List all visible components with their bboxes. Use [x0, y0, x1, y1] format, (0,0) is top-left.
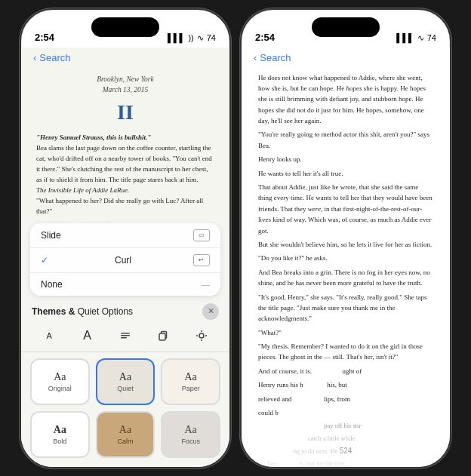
- curl-icon: ↩: [193, 254, 210, 266]
- slide-option-none[interactable]: None —: [30, 273, 220, 296]
- curl-label: Curl: [115, 255, 131, 266]
- wifi-icon-left: )): [188, 33, 193, 42]
- signal-icon-right: ▌▌▌: [396, 33, 414, 42]
- check-icon: ✓: [41, 255, 48, 266]
- wifi-symbol-left: ∿: [197, 33, 204, 43]
- theme-focus-name: Focus: [181, 438, 200, 445]
- themes-header: Themes & Quiet Options ✕: [21, 299, 229, 321]
- theme-calm[interactable]: Aa Calm: [96, 411, 155, 458]
- status-icons-right: ▌▌▌ ∿ 74: [396, 33, 436, 43]
- theme-quiet[interactable]: Aa Quiet: [96, 358, 155, 405]
- book-location: Brooklyn, New York March 13, 2015: [36, 74, 214, 96]
- format-toolbar: A A: [21, 321, 229, 352]
- right-chevron-left-icon: ‹: [254, 52, 257, 63]
- brightness-btn[interactable]: [189, 324, 214, 347]
- dynamic-island-right: [312, 17, 380, 37]
- battery-right: 74: [427, 33, 436, 42]
- copy-icon: [157, 330, 169, 342]
- paragraph-icon: [119, 330, 131, 342]
- slide-label: Slide: [41, 230, 61, 241]
- copy-btn[interactable]: [150, 324, 176, 347]
- theme-original-label: Aa: [54, 371, 66, 383]
- none-label: None: [41, 279, 63, 290]
- left-search-bar: ‹ Search: [21, 48, 229, 66]
- dynamic-island: [91, 17, 159, 37]
- wifi-icon-right: ∿: [417, 33, 424, 43]
- status-time-left: 2:54: [35, 32, 54, 43]
- search-back-label: Search: [39, 52, 70, 63]
- slide-option-slide[interactable]: Slide ▭: [30, 223, 220, 248]
- theme-calm-label: Aa: [119, 424, 131, 436]
- themes-grid: Aa Original Aa Quiet Aa Paper Aa Bold: [21, 352, 229, 467]
- page-number: 524: [340, 447, 352, 455]
- right-phone-content: ‹ Search He does not know what happened …: [242, 48, 450, 467]
- bottom-panel: Slide ▭ ✓ Curl ↩ None — Themes & Qui: [21, 217, 229, 467]
- right-phone: 2:54 ▌▌▌ ∿ 74 ‹ Search He does not know …: [240, 8, 451, 468]
- font-small-btn[interactable]: A: [36, 324, 62, 347]
- slide-options: Slide ▭ ✓ Curl ↩ None —: [30, 223, 220, 296]
- status-time-right: 2:54: [255, 32, 275, 43]
- book-chapter: II: [36, 97, 214, 128]
- theme-focus[interactable]: Aa Focus: [161, 411, 220, 458]
- right-book-content: He does not know what happened to Addie,…: [242, 66, 450, 467]
- close-button[interactable]: ✕: [202, 303, 219, 320]
- right-search-back-btn[interactable]: ‹ Search: [254, 52, 291, 63]
- right-search-bar: ‹ Search: [242, 48, 450, 66]
- brightness-icon: [195, 330, 208, 342]
- left-phone: 2:54 ▌▌▌ )) ∿ 74 ‹ Search Broo: [20, 8, 231, 468]
- search-back-btn[interactable]: ‹ Search: [33, 52, 71, 63]
- signal-icon-left: ▌▌▌: [168, 33, 185, 42]
- svg-rect-3: [159, 333, 165, 340]
- theme-original[interactable]: Aa Original: [30, 358, 90, 405]
- battery-left: 74: [207, 33, 216, 42]
- svg-rect-2: [121, 337, 127, 339]
- theme-quiet-label: Aa: [119, 371, 131, 383]
- themes-title: Themes & Quiet Options: [32, 306, 133, 317]
- phones-container: 2:54 ▌▌▌ )) ∿ 74 ‹ Search Broo: [12, 1, 459, 476]
- theme-bold-name: Bold: [53, 438, 66, 445]
- theme-bold[interactable]: Aa Bold: [30, 411, 90, 458]
- theme-bold-label: Aa: [54, 424, 66, 436]
- slide-option-curl[interactable]: ✓ Curl ↩: [30, 248, 220, 273]
- left-phone-content: ‹ Search Brooklyn, New York March 13, 20…: [21, 48, 229, 467]
- status-icons-left: ▌▌▌ )) ∿ 74: [168, 33, 216, 43]
- svg-rect-1: [121, 335, 130, 336]
- font-large-btn[interactable]: A: [75, 324, 100, 347]
- theme-paper-name: Paper: [182, 385, 200, 392]
- svg-rect-0: [121, 333, 130, 334]
- theme-quiet-name: Quiet: [117, 385, 134, 392]
- chevron-left-icon: ‹: [33, 52, 36, 63]
- right-search-back-label: Search: [260, 52, 291, 63]
- theme-paper-label: Aa: [184, 371, 196, 383]
- theme-calm-name: Calm: [117, 438, 133, 445]
- none-icon: —: [202, 280, 210, 289]
- theme-original-name: Original: [48, 385, 72, 392]
- slide-icon: ▭: [193, 229, 210, 241]
- theme-focus-label: Aa: [184, 424, 196, 436]
- svg-point-4: [199, 333, 204, 338]
- paragraph-btn[interactable]: [112, 324, 138, 347]
- theme-paper[interactable]: Aa Paper: [161, 358, 220, 405]
